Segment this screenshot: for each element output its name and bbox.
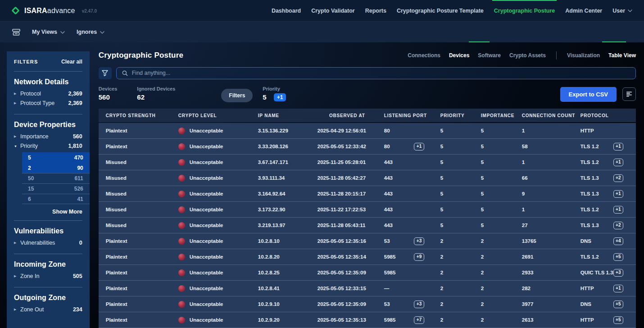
tab-crypto-assets[interactable]: Crypto Assets [509, 52, 546, 59]
filter-item-zone-in[interactable]: ▶Zone In505 [14, 273, 82, 279]
cell-crypto-strength: Plaintext [99, 254, 171, 260]
unacceptable-level-icon [178, 222, 185, 229]
protocol-more-badge[interactable]: +3 [613, 269, 623, 277]
top-nav-item-cryptographic-posture[interactable]: Cryptographic Posture [494, 0, 555, 21]
port-more-badge[interactable]: +7 [414, 316, 424, 324]
column-header-importance[interactable]: IMPORTANCE [474, 113, 515, 118]
table-row[interactable]: PlaintextUnacceptable3.33.208.1262025-05… [99, 139, 636, 155]
table-row[interactable]: PlaintextUnacceptable10.2.8.412025-05-05… [99, 281, 636, 296]
devices-stat-value: 560 [99, 93, 118, 101]
top-nav-item-dashboard[interactable]: Dashboard [272, 0, 301, 21]
protocol-more-badge[interactable]: +1 [613, 143, 623, 150]
column-header-protocol[interactable]: PROTOCOL [573, 113, 636, 118]
filter-item-priority[interactable]: ▼Priority1,810 [14, 143, 82, 149]
port-more-badge[interactable]: +3 [414, 237, 424, 245]
table-row[interactable]: PlaintextUnacceptable10.2.9.202025-05-05… [99, 312, 636, 328]
search-box[interactable] [116, 67, 636, 79]
table-row[interactable]: MisusedUnacceptable3.219.13.972025-11-28… [99, 218, 636, 233]
show-more-link[interactable]: Show More [14, 209, 82, 215]
table-row[interactable]: PlaintextUnacceptable10.2.8.202025-05-05… [99, 249, 636, 265]
protocol-value: TLS 1.2 [581, 159, 599, 165]
table-row[interactable]: MisusedUnacceptable3.67.147.1712025-11-2… [99, 155, 636, 170]
tab-software[interactable]: Software [478, 52, 501, 59]
filter-item-protocol-type[interactable]: ▶Protocol Type2,369 [14, 100, 82, 106]
crypto-level-label: Unacceptable [190, 301, 223, 307]
brand-logo[interactable]: ISARAadvance v2.47.0 [11, 7, 97, 15]
top-nav-item-admin-center[interactable]: Admin Center [565, 0, 602, 21]
clear-all-link[interactable]: Clear all [61, 59, 82, 65]
protocol-more-badge[interactable]: +1 [613, 206, 623, 214]
column-header-crypto-strength[interactable]: CRYPTO STRENGTH [99, 113, 171, 118]
column-header-connection-count[interactable]: CONNECTION COUNT [515, 113, 573, 118]
tab-connections[interactable]: Connections [408, 52, 440, 59]
protocol-more-badge[interactable]: +1 [613, 159, 623, 166]
filters-button[interactable]: Filters [221, 89, 253, 102]
listening-port-value: 443 [384, 207, 393, 212]
content-layout: FILTERS Clear all Network Details▶Protoc… [0, 42, 644, 328]
table-row[interactable]: PlaintextUnacceptable10.2.9.102025-05-05… [99, 296, 636, 312]
protocol-more-badge[interactable]: +4 [613, 237, 623, 245]
filter-item-zone-out[interactable]: ▶Zone Out234 [14, 306, 82, 313]
priority-stat-value: 5 [263, 93, 266, 101]
unacceptable-level-icon [178, 206, 185, 213]
column-header-crypto-level[interactable]: CRYPTO LEVEL [171, 113, 251, 118]
column-header-priority[interactable]: PRIORITY [433, 113, 474, 118]
listening-port-value: 5985 [384, 270, 396, 275]
column-header-ip-name[interactable]: IP NAME [251, 113, 317, 118]
column-settings-button[interactable] [622, 87, 636, 101]
cell-protocol: HTTP+1 [573, 285, 636, 292]
view-tab-visualization[interactable]: Visualization [567, 52, 600, 59]
protocol-more-badge[interactable]: +2 [613, 222, 623, 229]
protocol-more-badge[interactable]: +1 [613, 285, 623, 292]
protocol-more-badge[interactable]: +1 [613, 190, 623, 198]
filter-toggle-button[interactable] [99, 67, 112, 79]
cell-importance: 5 [474, 128, 515, 133]
chevron-down-icon [628, 9, 632, 12]
protocol-more-badge[interactable]: +5 [613, 301, 623, 308]
column-header-listening-port[interactable]: LISTENING PORT [377, 113, 433, 118]
my-views-menu[interactable]: My Views [32, 29, 65, 35]
filter-item-vulnerabilities[interactable]: ▶Vulnerabilities0 [14, 240, 82, 246]
protocol-more-badge[interactable]: +2 [613, 174, 623, 182]
unacceptable-level-icon [178, 175, 185, 182]
protocol-value: HTTP [581, 128, 594, 133]
ignores-menu[interactable]: Ignores [77, 29, 104, 35]
priority-more-badge[interactable]: +1 [274, 93, 286, 101]
port-more-badge[interactable]: +9 [414, 253, 424, 261]
cell-crypto-strength: Plaintext [99, 301, 171, 307]
protocol-more-badge[interactable]: +5 [613, 253, 623, 261]
top-nav-item-reports[interactable]: Reports [365, 0, 386, 21]
search-input[interactable] [132, 70, 630, 76]
filter-option-6[interactable]: 641 [22, 194, 90, 204]
cell-crypto-level: Unacceptable [171, 254, 251, 260]
rows-icon [626, 91, 632, 97]
port-more-badge[interactable]: +1 [414, 143, 424, 150]
column-header-observed-at[interactable]: OBSERVED AT [317, 113, 377, 118]
table-row[interactable]: MisusedUnacceptable3.93.111.342025-11-28… [99, 170, 636, 186]
filter-item-importance[interactable]: ▶Importance560 [14, 133, 82, 140]
top-nav-item-user[interactable]: User [612, 0, 632, 21]
cell-protocol: TLS 1.3+2 [573, 174, 636, 182]
table-row[interactable]: MisusedUnacceptable3.173.22.902025-11-22… [99, 202, 636, 218]
table-row[interactable]: PlaintextUnacceptable3.15.136.2292025-04… [99, 123, 636, 139]
view-tab-table-view[interactable]: Table View [608, 52, 636, 59]
table-row[interactable]: PlaintextUnacceptable10.2.8.102025-05-05… [99, 233, 636, 249]
page-tabs: ConnectionsDevicesSoftwareCrypto AssetsV… [408, 51, 636, 59]
top-nav-item-crypto-validator[interactable]: Crypto Validator [311, 0, 355, 21]
table-row[interactable]: PlaintextUnacceptable10.2.8.252025-05-05… [99, 265, 636, 281]
port-more-badge[interactable]: +3 [414, 301, 424, 308]
table-row[interactable]: MisusedUnacceptable3.164.92.642025-11-28… [99, 186, 636, 202]
saved-views-icon[interactable] [12, 29, 20, 36]
export-csv-button[interactable]: Export to CSV [560, 87, 617, 102]
cell-protocol: TLS 1.2+1 [573, 206, 636, 214]
filter-option-15[interactable]: 15526 [22, 183, 90, 194]
filter-item-protocol[interactable]: ▶Protocol2,369 [14, 91, 82, 97]
filter-option-5[interactable]: 5470 [22, 152, 90, 163]
protocol-more-badge[interactable]: +5 [613, 316, 623, 324]
filter-item-count: 0 [79, 240, 82, 246]
filter-option-2[interactable]: 290 [22, 163, 90, 173]
top-nav-item-cryptographic-posture-template[interactable]: Cryptographic Posture Template [397, 0, 484, 21]
cell-listening-port: 443 [377, 159, 433, 165]
tab-devices[interactable]: Devices [449, 52, 469, 59]
filter-option-50[interactable]: 50611 [22, 173, 90, 183]
